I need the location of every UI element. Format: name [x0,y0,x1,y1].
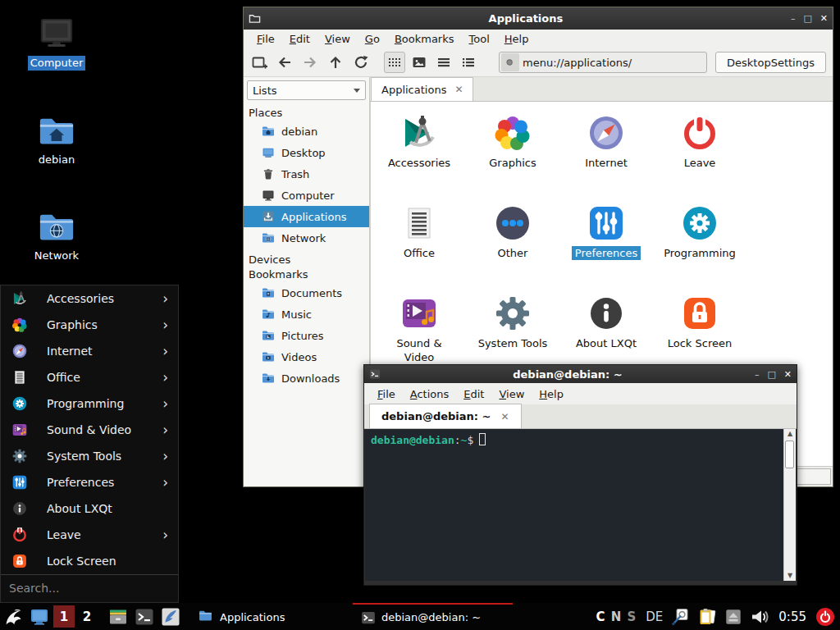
task-applications[interactable]: Applications [189,603,353,630]
back-button[interactable] [276,54,293,71]
menu-item-leave[interactable]: Leave › [1,522,178,548]
close-button[interactable]: ✕ [820,13,828,24]
address-text: menu://applications/ [523,57,632,69]
menu-go[interactable]: Go [358,31,386,47]
workspace-1-button[interactable]: 1 [53,605,75,628]
maximize-button[interactable]: □ [803,13,811,24]
minimize-button[interactable]: – [791,13,796,24]
menu-item-system-tools[interactable]: System Tools › [1,443,178,469]
fm-titlebar[interactable]: Applications – □ ✕ [244,7,833,30]
menu-edit[interactable]: Edit [457,386,491,402]
task-label: Applications [220,611,285,623]
menu-actions[interactable]: Actions [404,386,456,402]
clipboard-icon[interactable] [697,607,717,627]
menu-bookmarks[interactable]: Bookmarks [388,31,461,47]
reload-button[interactable] [352,54,369,71]
compact-view-button[interactable] [433,52,454,73]
app-item-programming[interactable]: Programming [653,199,746,289]
icon-view-button[interactable] [384,52,405,73]
task-terminal[interactable]: debian@debian: ~ [353,603,513,630]
terminal-scrollbar[interactable]: ▲ ▼ [783,429,796,581]
close-button[interactable]: ✕ [784,369,792,380]
menu-item-internet[interactable]: Internet › [1,338,178,364]
keyboard-layout[interactable]: DE [646,609,663,624]
sidebar-item-debian[interactable]: debian [244,121,369,142]
scroll-down-icon[interactable]: ▼ [788,573,792,579]
menu-view[interactable]: View [318,31,357,47]
menu-item-preferences[interactable]: Preferences › [1,469,178,495]
app-item-other[interactable]: Other [466,199,559,289]
clock[interactable]: 0:55 [778,609,806,624]
sidebar-item-network[interactable]: Network [244,227,369,249]
home-folder-icon [38,113,75,151]
maximize-button[interactable]: □ [767,369,775,380]
desktop-settings-button[interactable]: DesktopSettings [715,52,826,73]
sidebar-mode-select[interactable]: Lists [247,80,366,100]
sidebar-item-computer[interactable]: Computer [244,185,369,206]
quicklaunch-terminal[interactable] [131,603,158,630]
menu-file[interactable]: File [250,31,281,47]
forward-button[interactable] [301,54,318,71]
submenu-arrow-icon: › [162,345,171,358]
scrollbar-thumb[interactable] [785,441,794,468]
tab-close-icon[interactable]: ✕ [454,84,463,95]
menu-help[interactable]: Help [532,386,570,402]
menu-item-office[interactable]: Office › [1,364,178,390]
office-icon [399,203,439,243]
app-item-preferences[interactable]: Preferences [559,199,653,289]
thumbnail-view-button[interactable] [409,52,430,73]
workspace-2-button[interactable]: 2 [76,605,98,628]
scroll-up-icon[interactable]: ▲ [788,431,792,437]
new-tab-button[interactable] [250,54,267,71]
sidebar-item-label: Computer [281,189,335,202]
app-item-graphics[interactable]: Graphics [466,108,559,199]
sidebar-item-trash[interactable]: Trash [244,163,369,185]
app-item-accessories[interactable]: Accessories [372,108,466,199]
app-item-internet[interactable]: Internet [559,108,653,199]
up-button[interactable] [326,54,344,71]
address-bar[interactable]: menu://applications/ [499,52,707,73]
app-item-leave[interactable]: Leave [653,108,746,199]
menu-item-graphics[interactable]: Graphics › [1,312,178,338]
quicklaunch-featherpad[interactable] [158,603,184,630]
menu-help[interactable]: Help [498,31,536,47]
menu-item-about-lxqt[interactable]: About LXQt [1,495,178,522]
sidebar-item-pictures[interactable]: Pictures [244,325,369,346]
power-icon[interactable] [815,607,835,627]
sidebar-item-videos[interactable]: Videos [244,346,369,368]
menu-item-programming[interactable]: Programming › [1,390,178,417]
eject-icon[interactable] [724,608,742,626]
screenshot-icon[interactable] [670,607,690,627]
volume-icon[interactable] [750,607,769,627]
desktop-icon-network[interactable]: Network [17,209,96,263]
minimize-button[interactable]: – [755,369,760,380]
terminal-tab[interactable]: debian@debian: ~ ✕ [369,404,522,428]
desktop-icon-computer[interactable]: Computer [17,16,96,71]
tab-close-icon[interactable]: ✕ [500,411,509,422]
menu-view[interactable]: View [492,386,531,402]
terminal-screen[interactable]: debian@debian:~$ [365,429,783,581]
menu-file[interactable]: File [371,386,402,402]
quicklaunch-file-manager[interactable] [105,603,131,630]
menu-tool[interactable]: Tool [463,31,496,47]
desktop-icon-debian[interactable]: debian [17,113,96,167]
search-input[interactable] [1,582,178,595]
sidebar-item-applications[interactable]: Applications [244,206,369,227]
sidebar-item-downloads[interactable]: Downloads [244,368,369,389]
sidebar-item-music[interactable]: Music [244,304,369,325]
detailed-view-button[interactable] [458,52,479,73]
graphics-icon [11,317,28,333]
applications-icon [262,210,275,223]
start-menu-button[interactable] [0,603,26,630]
terminal-titlebar[interactable]: debian@debian: ~ – □ ✕ [364,365,797,383]
menu-item-accessories[interactable]: Accessories › [1,285,178,312]
menu-item-lock-screen[interactable]: Lock Screen [1,548,178,574]
prompt-symbol: $ [467,434,473,446]
tab-applications[interactable]: Applications ✕ [371,77,473,101]
sidebar-item-desktop[interactable]: Desktop [244,142,369,163]
show-desktop-button[interactable] [26,603,52,630]
menu-edit[interactable]: Edit [283,31,317,47]
app-item-office[interactable]: Office [372,199,466,289]
sidebar-item-documents[interactable]: Documents [244,282,369,304]
menu-item-sound-video[interactable]: Sound & Video › [1,417,178,443]
